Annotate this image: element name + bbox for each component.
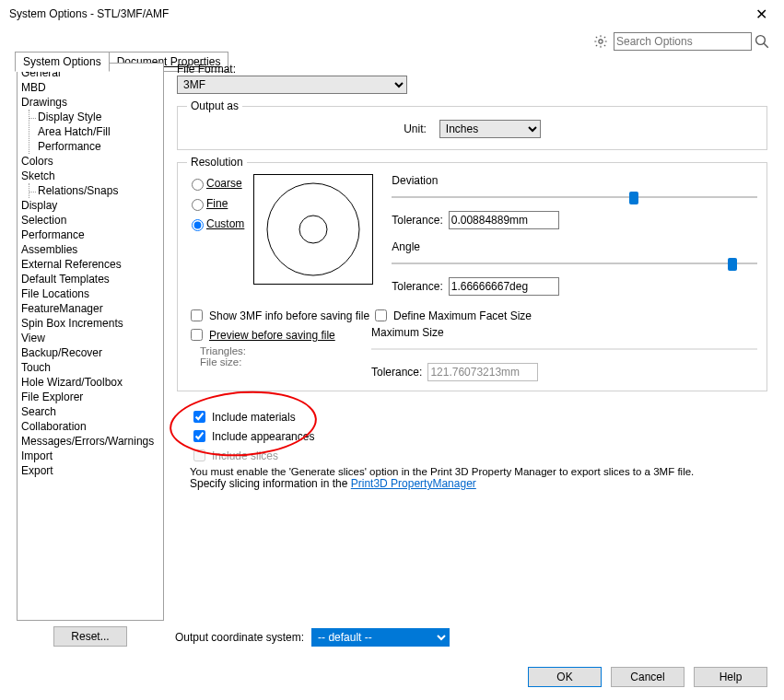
deviation-tolerance-input[interactable] [449,211,559,229]
print3d-link[interactable]: Print3D PropertyManager [351,477,476,490]
radio-fine[interactable]: Fine [187,196,244,211]
include-materials-checkbox[interactable]: Include materials [190,408,767,426]
nav-display-style[interactable]: Display Style [38,110,159,124]
nav-search[interactable]: Search [21,404,159,419]
ok-button[interactable]: OK [528,667,602,687]
help-button[interactable]: Help [694,667,767,687]
nav-hole-wizard[interactable]: Hole Wizard/Toolbox [21,375,159,390]
nav-drawings[interactable]: Drawings [21,95,159,110]
nav-display[interactable]: Display [21,198,159,213]
gear-icon [593,34,608,49]
file-format-label: File Format: [177,63,762,76]
svg-point-4 [299,216,327,243]
coord-system-select[interactable]: -- default -- [311,628,450,647]
nav-selection[interactable]: Selection [21,213,159,228]
slices-note-1: You must enable the 'Generate slices' op… [190,466,767,477]
preview-checkbox[interactable]: Preview before saving file [187,326,371,344]
output-as-legend: Output as [187,99,242,112]
window-title: System Options - STL/3MF/AMF [9,7,748,20]
angle-label: Angle [392,240,757,253]
max-tol-label: Tolerance: [371,366,422,379]
nav-view[interactable]: View [21,331,159,345]
nav-file-explorer[interactable]: File Explorer [21,390,159,404]
search-icon [754,33,770,50]
slices-note-2: Specify slicing information in the [190,477,351,490]
angle-tol-label: Tolerance: [392,280,442,293]
deviation-label: Deviation [392,174,757,187]
nav-touch[interactable]: Touch [21,360,159,375]
angle-tolerance-input[interactable] [449,277,559,296]
nav-export[interactable]: Export [21,463,159,478]
radio-coarse[interactable]: Coarse [187,176,244,191]
nav-performance[interactable]: Performance [21,228,159,242]
resolution-preview [253,174,373,285]
filesize-label: File size: [187,356,371,368]
unit-label: Unit: [404,122,427,135]
reset-button[interactable]: Reset... [53,626,126,647]
include-appearances-checkbox[interactable]: Include appearances [190,427,767,445]
show-info-checkbox[interactable]: Show 3MF info before saving file [187,307,371,324]
nav-colors[interactable]: Colors [21,154,159,169]
nav-mbd[interactable]: MBD [21,80,159,95]
unit-select[interactable]: Inches [439,120,541,138]
nav-spin-box[interactable]: Spin Box Increments [21,316,159,331]
deviation-slider[interactable] [392,189,757,207]
nav-default-templates[interactable]: Default Templates [21,272,159,286]
max-size-input [427,363,538,381]
svg-point-1 [756,36,766,45]
svg-line-2 [764,43,768,48]
nav-messages[interactable]: Messages/Errors/Warnings [21,434,159,449]
nav-featuremanager[interactable]: FeatureManager [21,301,159,316]
nav-external-refs[interactable]: External References [21,257,159,272]
nav-backup[interactable]: Backup/Recover [21,345,159,360]
category-tree: General MBD Drawings Display Style Area … [17,63,164,621]
resolution-legend: Resolution [187,156,247,169]
svg-point-0 [599,40,603,43]
nav-relations-snaps[interactable]: Relations/Snaps [38,183,159,198]
nav-drawings-performance[interactable]: Performance [38,139,159,154]
search-input[interactable] [614,32,752,51]
radio-custom[interactable]: Custom [187,216,244,231]
triangles-label: Triangles: [187,345,371,356]
resolution-group: Resolution Coarse Fine Custom Deviation … [177,156,767,391]
max-size-label: Maximum Size [371,326,757,339]
angle-slider[interactable] [392,255,757,274]
coord-label: Output coordinate system: [175,631,304,644]
tab-system-options[interactable]: System Options [15,52,110,72]
close-icon[interactable]: ✕ [748,2,775,27]
max-size-slider [371,341,757,359]
define-max-checkbox[interactable]: Define Maximum Facet Size [371,307,757,324]
nav-sketch[interactable]: Sketch [21,169,159,183]
include-slices-checkbox: Include slices [190,447,767,464]
file-format-select[interactable]: 3MF [177,76,407,94]
svg-point-3 [267,183,359,275]
nav-area-hatch[interactable]: Area Hatch/Fill [38,124,159,139]
nav-file-locations[interactable]: File Locations [21,286,159,301]
nav-collaboration[interactable]: Collaboration [21,419,159,434]
nav-import[interactable]: Import [21,449,159,463]
search-box[interactable] [592,31,771,52]
cancel-button[interactable]: Cancel [611,667,685,687]
output-as-group: Output as Unit: Inches [177,99,767,150]
dev-tol-label: Tolerance: [392,214,442,227]
nav-assemblies[interactable]: Assemblies [21,242,159,257]
